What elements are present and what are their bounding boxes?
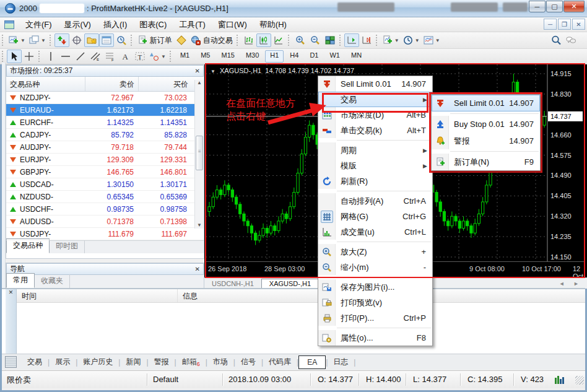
timeframe-m15-button[interactable]: M15	[216, 50, 239, 63]
context-menu-item[interactable]: 交易▶	[318, 92, 432, 107]
timeframe-mn-button[interactable]: MN	[346, 50, 367, 63]
context-menu-item[interactable]: 单击交易(k)Alt+T	[318, 123, 432, 138]
close-icon[interactable]: ✕	[9, 289, 14, 295]
market-watch-tab[interactable]: 即时图	[50, 240, 85, 253]
navigator-tab[interactable]: 常用	[6, 273, 35, 288]
timeframe-m30-button[interactable]: M30	[241, 50, 264, 63]
terminal-tab-trade[interactable]: 交易	[22, 355, 48, 369]
menu-file[interactable]: 文件(F)	[19, 17, 58, 32]
title-bar[interactable]: 2000 : ProfitMarketHK-Live2 - [XAGUSD-,H…	[0, 0, 587, 17]
new-chart-button[interactable]: ▼	[7, 33, 27, 47]
context-menu-item[interactable]: 自动排列(A)Ctrl+A	[318, 193, 432, 209]
chart-shift-button[interactable]	[359, 33, 374, 47]
market-watch-tab[interactable]: 交易品种	[6, 238, 50, 253]
context-menu-item[interactable]: Sell Limit 0.0114.907	[318, 76, 432, 92]
close-icon[interactable]: ✕	[195, 68, 200, 74]
market-watch-row-gbpjpy[interactable]: GBPJPY-146.765146.801	[6, 166, 204, 178]
indicators-button[interactable]: ▼	[381, 33, 401, 47]
terminal-tab-ea[interactable]: EA	[298, 355, 326, 369]
shapes-button[interactable]: ▼	[147, 50, 168, 63]
mdi-close-button[interactable]: ✕	[572, 19, 585, 30]
context-menu-item[interactable]: 打印预览(v)	[318, 295, 432, 310]
auto-scroll-button[interactable]	[344, 33, 359, 47]
fibonacci-button[interactable]: F	[103, 50, 118, 63]
navigator-tab[interactable]: 收藏夹	[35, 274, 70, 288]
trade-submenu-item[interactable]: 警报14.907	[432, 133, 540, 149]
trendline-button[interactable]	[73, 50, 88, 63]
context-menu-item[interactable]: 成交量(u)Ctrl+L	[318, 224, 432, 240]
new-order-button[interactable]: 新订单	[136, 33, 174, 47]
data-window-button[interactable]	[69, 33, 84, 47]
vline-button[interactable]	[43, 50, 58, 63]
terminal-tab-market[interactable]: 市场	[207, 355, 233, 369]
chart-tab-usdcnh[interactable]: USDCNH-,H1	[204, 279, 261, 288]
market-watch-row-euraud[interactable]: EURAUD-1.621731.62218	[6, 104, 204, 116]
maximize-button[interactable]: ▢	[546, 1, 563, 12]
resize-grip[interactable]	[575, 376, 584, 385]
trade-submenu-item[interactable]: 新订单(N)F9	[432, 154, 540, 170]
terminal-tab-news[interactable]: 新闻	[120, 355, 146, 369]
market-watch-row-usdjpy[interactable]: USDJPY-111.679111.697	[6, 228, 204, 240]
market-watch-row-eurchf[interactable]: EURCHF-1.143251.14351	[6, 116, 204, 129]
search-button[interactable]	[549, 33, 563, 47]
navigator-button[interactable]	[84, 33, 99, 47]
trade-submenu-item[interactable]: Sell Limit 0.0114.907	[432, 95, 540, 111]
terminal-tab-journal[interactable]: 日志	[328, 355, 354, 369]
metaeditor-button[interactable]	[174, 33, 189, 47]
timeframe-h4-button[interactable]: H4	[285, 50, 303, 63]
market-watch-button[interactable]	[54, 33, 69, 47]
terminal-tab-exposure[interactable]: 展示	[50, 355, 76, 369]
templates-button[interactable]: ▼	[422, 33, 442, 47]
market-watch-row-audjpy[interactable]: AUDJPY-79.71879.744	[6, 141, 204, 154]
channel-button[interactable]: E	[88, 50, 103, 63]
menu-tools[interactable]: 工具(T)	[173, 17, 212, 32]
menu-view[interactable]: 显示(V)	[58, 17, 97, 32]
trade-submenu-item[interactable]: Buy Stop 0.0114.907	[432, 116, 540, 133]
tab-scroll-arrows[interactable]: ◄ ►	[559, 281, 583, 287]
context-menu-item[interactable]: 缩小(m)-	[318, 259, 432, 275]
terminal-tab-account-history[interactable]: 账户历史	[77, 355, 118, 369]
context-menu-item[interactable]: 属性(o)...F8	[318, 330, 432, 346]
strategy-tester-button[interactable]	[114, 33, 129, 47]
tile-windows-button[interactable]	[323, 33, 337, 47]
market-watch-scrollbar[interactable]: ▲ ▼	[194, 80, 204, 229]
context-menu-item[interactable]: 网格(G)Ctrl+G	[318, 209, 432, 224]
autotrade-button[interactable]: 自动交易	[189, 33, 235, 47]
terminal-tab-signals[interactable]: 信号	[235, 355, 261, 369]
profiles-button[interactable]: ▼	[27, 33, 48, 47]
market-watch-row-cadjpy[interactable]: CADJPY-85.79285.828	[6, 129, 204, 141]
label-button[interactable]: T	[133, 50, 147, 63]
zoom-out-button[interactable]	[308, 33, 323, 47]
navigator-title[interactable]: 导航 ✕	[6, 263, 204, 275]
timeframe-h1-button[interactable]: H1	[265, 50, 284, 63]
terminal-button[interactable]	[99, 33, 114, 47]
market-watch-row-usdchf[interactable]: USDCHF-0.987350.98758	[6, 203, 204, 216]
periods-button[interactable]: ▼	[401, 33, 422, 47]
cursor-button[interactable]	[7, 50, 22, 63]
timeframe-m1-button[interactable]: M1	[175, 50, 194, 63]
candle-chart-button[interactable]	[256, 33, 271, 47]
market-watch-columns[interactable]: 交易品种 卖价 买价	[6, 77, 204, 92]
bar-chart-button[interactable]	[241, 33, 256, 47]
context-menu-item[interactable]: 打印(P)...Ctrl+P	[318, 310, 432, 326]
menu-charts[interactable]: 图表(C)	[133, 17, 173, 32]
context-menu-item[interactable]: 周期▶	[318, 142, 432, 158]
terminal-tab-code-base[interactable]: 代码库	[263, 355, 297, 369]
close-icon[interactable]: ✕	[195, 266, 200, 272]
context-menu-item[interactable]: 市场深度(D)Alt+B	[318, 107, 432, 123]
chat-button[interactable]	[563, 33, 578, 47]
menu-window[interactable]: 窗口(W)	[212, 17, 253, 32]
scrollbar-thumb[interactable]	[196, 136, 203, 170]
market-watch-row-nzdusd[interactable]: NZDUSD-0.653450.65369	[6, 191, 204, 203]
market-watch-row-usdcad[interactable]: USDCAD-1.301501.30171	[6, 178, 204, 191]
market-watch-row-eurjpy[interactable]: EURJPY-129.309129.331	[6, 154, 204, 166]
timeframe-d1-button[interactable]: D1	[305, 50, 323, 63]
line-chart-button[interactable]	[271, 33, 286, 47]
timeframe-w1-button[interactable]: W1	[324, 50, 345, 63]
menu-insert[interactable]: 插入(I)	[97, 17, 133, 32]
close-button[interactable]: ✕	[563, 1, 585, 12]
hline-button[interactable]	[58, 50, 73, 63]
text-button[interactable]: A	[118, 50, 133, 63]
menu-help[interactable]: 帮助(H)	[253, 17, 293, 32]
status-profile[interactable]: Default	[153, 375, 178, 384]
